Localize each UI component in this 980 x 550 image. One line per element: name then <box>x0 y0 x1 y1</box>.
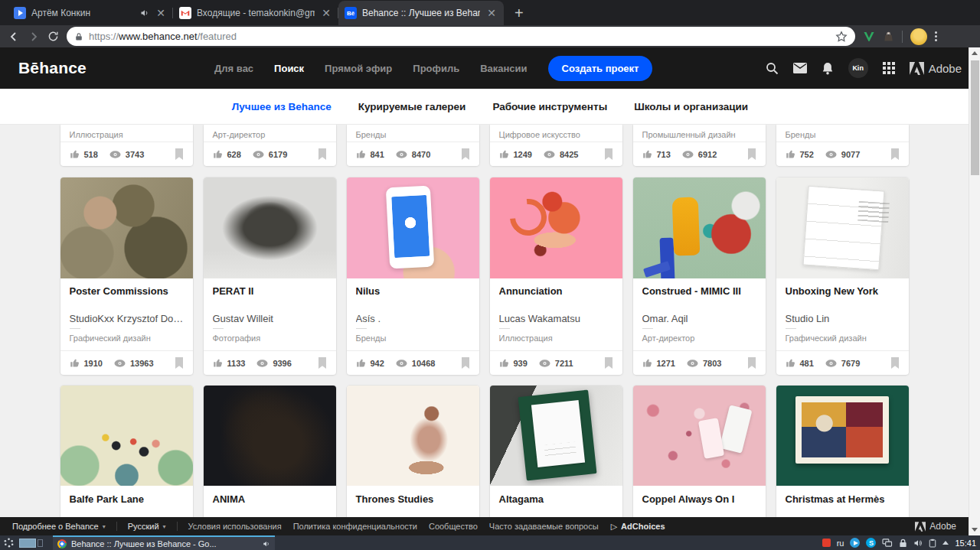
language-dropdown[interactable]: Русский▾ <box>128 522 166 531</box>
scroll-up-arrow[interactable] <box>969 47 980 59</box>
lock-icon[interactable] <box>899 539 907 548</box>
back-button[interactable] <box>8 31 20 43</box>
bookmark-icon[interactable] <box>890 357 900 369</box>
project-cover-image[interactable] <box>204 177 336 278</box>
project-author[interactable]: Lucas Wakamatsu <box>499 313 613 324</box>
workspace-1[interactable] <box>19 539 36 548</box>
search-icon[interactable] <box>766 62 779 75</box>
new-tab-button[interactable]: + <box>514 5 524 22</box>
browser-profile-avatar[interactable] <box>910 28 927 45</box>
project-card[interactable]: Construed - MIMIC III Omar. Aqil Арт-дир… <box>633 177 766 375</box>
project-card[interactable]: ANIMA <box>204 386 336 535</box>
project-card[interactable]: Annunciation Lucas Wakamatsu Иллюстрация… <box>490 177 622 375</box>
forward-button[interactable] <box>28 31 40 43</box>
about-behance-dropdown[interactable]: Подробнее о Behance▾ <box>12 522 106 531</box>
mail-icon[interactable] <box>793 63 807 73</box>
project-title[interactable]: Thrones Studies <box>347 486 479 513</box>
project-card[interactable]: PERAT II Gustav Willeit Фотография 11339… <box>204 177 336 375</box>
project-author[interactable]: Asís . <box>356 313 470 324</box>
project-title[interactable]: PERAT II <box>213 285 327 297</box>
bookmark-icon[interactable] <box>890 148 900 160</box>
project-title[interactable]: ANIMA <box>204 486 336 513</box>
tab-schools-orgs[interactable]: Школы и организации <box>634 101 748 112</box>
footer-link-faq[interactable]: Часто задаваемые вопросы <box>489 522 599 531</box>
scroll-down-arrow[interactable] <box>969 524 980 535</box>
display-settings-icon[interactable] <box>882 539 893 548</box>
footer-link-privacy[interactable]: Политика конфиденциальности <box>293 522 417 531</box>
project-title[interactable]: Coppel Always On I <box>633 486 766 513</box>
create-project-button[interactable]: Создать проект <box>548 56 653 81</box>
project-cover-image[interactable] <box>60 386 193 486</box>
bookmark-icon[interactable] <box>175 148 184 160</box>
project-card[interactable]: Иллюстрация 5183743 <box>60 125 193 166</box>
bookmark-icon[interactable] <box>318 148 327 160</box>
project-card[interactable]: Thrones Studies <box>347 386 479 535</box>
clock[interactable]: 15:41 <box>955 539 976 548</box>
clipboard-icon[interactable] <box>929 539 936 548</box>
tab-close-icon[interactable]: ✕ <box>485 6 498 20</box>
project-card[interactable]: Balfe Park Lane <box>60 386 193 535</box>
project-card[interactable]: Christmas at Hermès <box>776 386 909 535</box>
project-author[interactable]: Studio Lin <box>786 313 900 324</box>
tab-curated-galleries[interactable]: Курируемые галереи <box>358 101 466 112</box>
footer-adobe-logo[interactable]: Adobe <box>915 521 956 532</box>
tray-expand-icon[interactable] <box>942 541 949 545</box>
project-cover-image[interactable] <box>490 177 622 278</box>
project-cover-image[interactable] <box>633 177 766 278</box>
project-card[interactable]: Промышленный дизайн 7136912 <box>633 125 766 166</box>
tab-audio-icon[interactable] <box>140 8 149 18</box>
project-cover-image[interactable] <box>60 177 193 278</box>
project-author[interactable]: Omar. Aqil <box>642 313 756 324</box>
footer-link-terms[interactable]: Условия использования <box>188 522 282 531</box>
project-cover-image[interactable] <box>204 386 336 486</box>
workspace-2[interactable] <box>38 539 43 547</box>
bookmark-icon[interactable] <box>604 357 613 369</box>
project-card[interactable]: Unboxing New York Studio Lin Графический… <box>776 177 909 375</box>
extension-bag-icon[interactable] <box>883 31 894 42</box>
tab-youtube[interactable]: Артём Конкин ✕ <box>8 1 173 25</box>
bookmark-icon[interactable] <box>461 357 470 369</box>
reload-button[interactable] <box>47 31 59 42</box>
tab-gmail[interactable]: Входящие - temakonkin@gm ✕ <box>173 1 338 25</box>
page-scrollbar[interactable] <box>969 47 980 535</box>
project-title[interactable]: Poster Commissions <box>70 285 184 297</box>
project-title[interactable]: Balfe Park Lane <box>60 486 193 513</box>
project-card[interactable]: Бренды 8418470 <box>347 125 479 166</box>
project-cover-image[interactable] <box>490 386 622 486</box>
project-cover-image[interactable] <box>633 386 766 486</box>
nav-profile[interactable]: Профиль <box>413 63 459 74</box>
user-avatar[interactable]: Kin <box>848 58 868 78</box>
bookmark-icon[interactable] <box>175 357 184 369</box>
telegram-icon[interactable] <box>850 538 860 548</box>
keyboard-layout-indicator[interactable]: ru <box>837 539 844 548</box>
project-title[interactable]: Nilus <box>356 285 470 297</box>
scrollbar-thumb[interactable] <box>971 60 979 175</box>
nav-jobs[interactable]: Вакансии <box>480 63 527 74</box>
project-cover-image[interactable] <box>776 177 909 278</box>
project-title[interactable]: Altagama <box>490 486 622 513</box>
nav-search[interactable]: Поиск <box>274 63 304 74</box>
project-card[interactable]: Poster Commissions StudioKxx Krzysztof D… <box>60 177 193 375</box>
project-title[interactable]: Christmas at Hermès <box>776 486 909 513</box>
tab-close-icon[interactable]: ✕ <box>320 6 332 20</box>
footer-link-community[interactable]: Сообщество <box>429 522 478 531</box>
adobe-link[interactable]: Adobe <box>910 62 962 75</box>
bookmark-icon[interactable] <box>747 148 756 160</box>
app-launcher-icon[interactable] <box>4 538 14 548</box>
taskbar-window-button[interactable]: Behance :: Лучшее из Behance - Go... <box>53 535 275 550</box>
project-card[interactable]: Цифровое искусство 12498425 <box>490 125 622 166</box>
nav-livestream[interactable]: Прямой эфир <box>325 63 392 74</box>
project-card[interactable]: Nilus Asís . Бренды 94210468 <box>347 177 479 375</box>
bookmark-icon[interactable] <box>461 148 470 160</box>
project-author[interactable]: StudioKxx Krzysztof Domara... <box>70 313 184 324</box>
project-cover-image[interactable] <box>776 386 909 486</box>
volume-icon[interactable] <box>913 539 923 548</box>
bookmark-icon[interactable] <box>747 357 756 369</box>
project-cover-image[interactable] <box>347 386 479 486</box>
project-title[interactable]: Annunciation <box>499 285 613 297</box>
project-cover-image[interactable] <box>347 177 479 278</box>
tab-behance-active[interactable]: Bē Behance :: Лучшее из Behan ✕ <box>338 1 504 25</box>
apps-grid-icon[interactable] <box>883 62 895 74</box>
project-card[interactable]: Арт-директор 6286179 <box>204 125 336 166</box>
project-card[interactable]: Altagama <box>490 386 622 535</box>
